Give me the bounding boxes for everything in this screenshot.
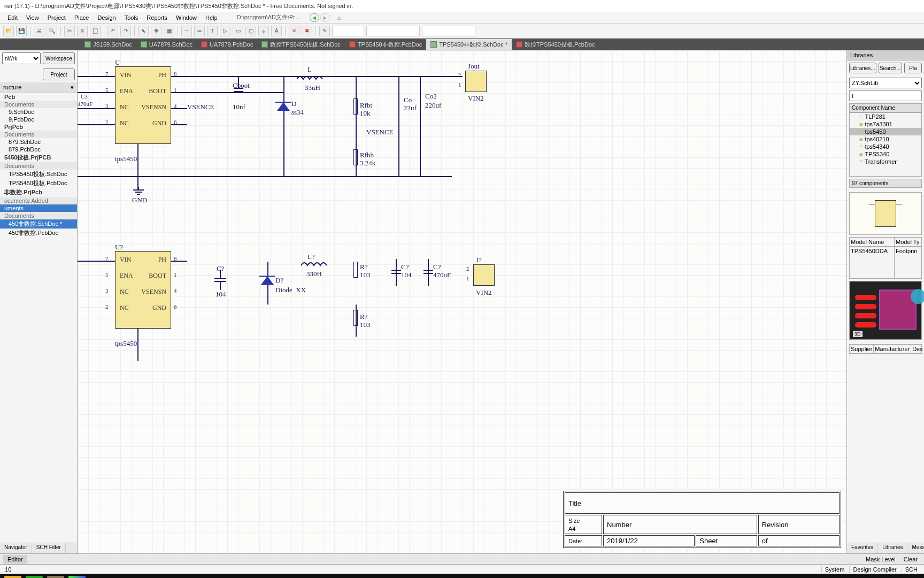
- select-icon[interactable]: ⬉: [138, 26, 149, 36]
- tree-item[interactable]: ocuments Added: [0, 197, 77, 204]
- paste-icon[interactable]: 📋: [90, 26, 101, 36]
- menu-design[interactable]: Design: [93, 13, 120, 22]
- 3d-badge[interactable]: 3D: [853, 331, 863, 337]
- tab-sch[interactable]: SCH: [902, 566, 921, 573]
- cut-icon[interactable]: ✂: [64, 26, 75, 36]
- pcb-3d-preview[interactable]: 3D: [849, 281, 922, 340]
- search-button[interactable]: Search...: [879, 63, 902, 73]
- tab-libraries[interactable]: Libraries: [878, 543, 907, 553]
- tab-desc[interactable]: Des: [911, 345, 924, 353]
- tab-ua7879-sch[interactable]: UA7879.SchDoc: [136, 39, 197, 50]
- project-tree[interactable]: PcbDocuments9.SchDoc9.PcbDocPrjPcbDocume…: [0, 93, 77, 543]
- component-item[interactable]: tps54340: [850, 143, 921, 150]
- menu-help[interactable]: Help: [201, 13, 222, 22]
- nav-back-icon[interactable]: ◄: [310, 13, 319, 22]
- tree-item[interactable]: 9.SchDoc: [0, 108, 77, 116]
- project-button[interactable]: Project: [43, 69, 75, 80]
- part-icon[interactable]: ▭: [233, 26, 243, 36]
- tab-messages[interactable]: Messages: [907, 543, 924, 553]
- copy-icon[interactable]: ⎘: [77, 26, 88, 36]
- port-icon[interactable]: ▷: [220, 26, 230, 36]
- model-name[interactable]: TPS5450DDA: [850, 247, 895, 278]
- bus-icon[interactable]: ═: [194, 26, 205, 36]
- tab-manufacturer[interactable]: Manufacturer: [874, 345, 911, 353]
- windows-taskbar[interactable]: [0, 574, 924, 578]
- workspace-button[interactable]: Workspace: [43, 52, 75, 64]
- redo-icon[interactable]: ↷: [120, 26, 131, 36]
- label-icon[interactable]: A: [271, 26, 282, 36]
- move-icon[interactable]: ✥: [151, 26, 161, 36]
- tab-fsk-pcb[interactable]: TPS5450非数控.PcbDoc: [345, 39, 426, 50]
- filter-dropdown[interactable]: [422, 26, 475, 36]
- library-select[interactable]: ZY.SchLib: [849, 78, 922, 88]
- wire-icon[interactable]: ─: [181, 26, 192, 36]
- tree-item[interactable]: 5450投板.PrjPCB: [0, 153, 77, 162]
- tab-js159[interactable]: JS159.SchDoc: [80, 39, 136, 50]
- save-icon[interactable]: 💾: [16, 26, 27, 36]
- tree-item[interactable]: Documents: [0, 101, 77, 108]
- wechat-icon[interactable]: [26, 576, 43, 578]
- connector-j-bot[interactable]: [473, 264, 495, 286]
- sheet-icon[interactable]: ▢: [245, 26, 256, 36]
- tab-favorites[interactable]: Favorites: [847, 543, 878, 553]
- clear-button[interactable]: Clear: [900, 556, 921, 562]
- tree-item[interactable]: Pcb: [0, 93, 77, 101]
- menu-tools[interactable]: Tools: [120, 13, 143, 22]
- resistor-rfbb[interactable]: [353, 149, 358, 165]
- model-type-col[interactable]: Model Ty: [895, 238, 921, 246]
- mask-level[interactable]: Mask Level: [863, 556, 899, 562]
- tree-item[interactable]: 450非数控.PcbDoc: [0, 229, 77, 238]
- tree-item[interactable]: 879.SchDoc: [0, 138, 77, 146]
- address-path[interactable]: D:\program\AD文件\Project\电…: [233, 12, 307, 22]
- structure-toggle-icon[interactable]: ▾: [71, 84, 74, 91]
- tab-sch-filter[interactable]: SCH Filter: [32, 543, 66, 553]
- model-name-col[interactable]: Model Name: [850, 238, 895, 246]
- undo-icon[interactable]: ↶: [107, 26, 118, 36]
- tree-item[interactable]: 9.PcbDoc: [0, 116, 77, 123]
- app-icon[interactable]: [47, 576, 64, 578]
- menu-place[interactable]: Place: [70, 13, 94, 22]
- menu-view[interactable]: View: [22, 13, 43, 22]
- tab-supplier[interactable]: Supplier: [850, 345, 874, 353]
- style-dropdown[interactable]: [332, 26, 364, 36]
- tab-ua7879-pcb[interactable]: UA7879.PcbDoc: [197, 39, 257, 50]
- component-item[interactable]: TLP281: [850, 113, 921, 120]
- component-item[interactable]: tps5450: [850, 128, 921, 135]
- place-button[interactable]: Pla: [904, 63, 922, 73]
- style-icon[interactable]: ✎: [319, 26, 330, 36]
- delete-icon[interactable]: ✖: [302, 26, 312, 36]
- app-icon-2[interactable]: [68, 576, 86, 578]
- tree-item[interactable]: TPS5450投板.SchDoc: [0, 170, 77, 179]
- tab-design-compiler[interactable]: Design Compiler: [849, 566, 899, 573]
- ic-u[interactable]: VIN PH ENA BOOT NC VSENSN NC GND: [115, 66, 171, 144]
- tab-sk-sch[interactable]: 数控TPS5450投板.SchDoc: [257, 39, 344, 50]
- filter-input[interactable]: [849, 90, 922, 101]
- ic-u-bot[interactable]: VIN PH ENA BOOT NC VSENSN NC GND: [115, 251, 171, 329]
- tree-item[interactable]: Documents: [0, 131, 77, 138]
- tree-item[interactable]: Documents: [0, 162, 77, 170]
- tree-item[interactable]: uments: [0, 204, 77, 212]
- component-item[interactable]: Transformer: [850, 158, 921, 165]
- editor-tab[interactable]: Editor: [3, 555, 27, 564]
- print-icon[interactable]: 🖨: [34, 26, 44, 36]
- home-icon[interactable]: ⌂: [333, 13, 345, 22]
- open-icon[interactable]: 📂: [3, 26, 14, 36]
- component-list[interactable]: TLP281tps7a3301tps5450tps40210tps54340TP…: [849, 112, 922, 177]
- menu-window[interactable]: Window: [172, 13, 201, 22]
- power-icon[interactable]: ⏚: [258, 26, 269, 36]
- comp-name-header[interactable]: Component Name: [849, 103, 922, 112]
- layer-dropdown[interactable]: [366, 26, 420, 36]
- tab-system[interactable]: System: [821, 566, 848, 573]
- tree-item[interactable]: 450非数控.SchDoc *: [0, 219, 77, 229]
- resistor-rfbt[interactable]: [353, 98, 358, 115]
- cross-icon[interactable]: ✕: [289, 26, 299, 36]
- tab-fsk-sch[interactable]: TPS5450非数控.SchDoc *: [426, 39, 512, 50]
- tree-item[interactable]: TPS5450投板.PcbDoc: [0, 179, 77, 188]
- menu-edit[interactable]: Edit: [3, 13, 22, 22]
- component-item[interactable]: TPS5340: [850, 150, 921, 158]
- net-icon[interactable]: ⊤: [207, 26, 218, 36]
- zoom-icon[interactable]: 🔍: [47, 26, 57, 36]
- schematic-canvas[interactable]: U VIN PH ENA BOOT NC VSENSN NC GND 7 8 5…: [78, 50, 846, 553]
- tree-item[interactable]: Documents: [0, 212, 77, 219]
- libraries-button[interactable]: Libraries...: [849, 63, 876, 73]
